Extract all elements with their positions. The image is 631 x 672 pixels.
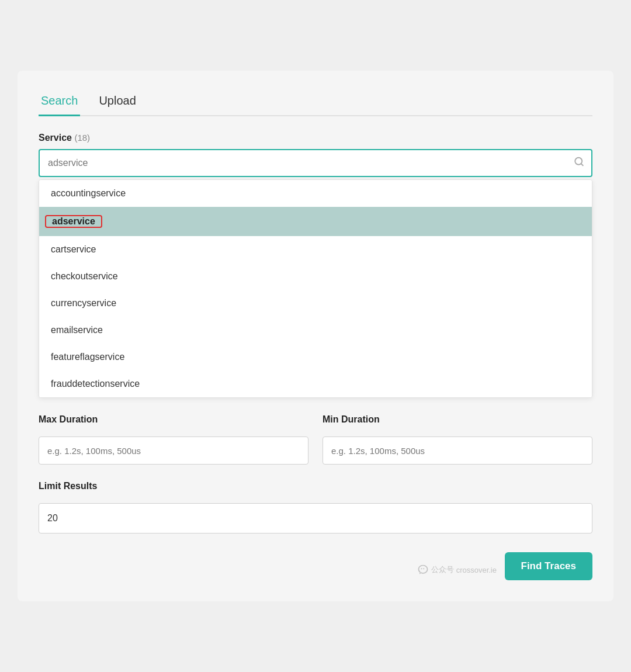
- dropdown-item-featureflagservice[interactable]: featureflagservice: [39, 344, 592, 370]
- service-input[interactable]: [39, 149, 592, 177]
- wechat-icon: [417, 564, 429, 576]
- page-container: Search Upload Service (18) accountingser…: [0, 0, 631, 672]
- dropdown-item-adservice[interactable]: adservice: [39, 207, 592, 236]
- max-duration-input[interactable]: [39, 437, 308, 465]
- dropdown-item-currencyservice[interactable]: currencyservice: [39, 290, 592, 317]
- tabs-container: Search Upload: [39, 88, 592, 116]
- svg-point-2: [421, 568, 422, 569]
- min-duration-input[interactable]: [323, 437, 592, 465]
- watermark-text: 公众号: [431, 564, 454, 575]
- dropdown-item-accountingservice[interactable]: accountingservice: [39, 180, 592, 207]
- find-traces-button[interactable]: Find Traces: [505, 552, 592, 580]
- service-label: Service (18): [39, 133, 592, 143]
- limit-results-label: Limit Results: [39, 481, 592, 491]
- max-duration-field: Max Duration: [39, 414, 308, 465]
- service-count: (18): [74, 133, 90, 143]
- service-dropdown: accountingservice adservice cartservice …: [39, 179, 592, 398]
- main-card: Search Upload Service (18) accountingser…: [18, 71, 613, 601]
- dropdown-item-emailservice[interactable]: emailservice: [39, 317, 592, 344]
- selected-item-label: adservice: [45, 215, 102, 228]
- limit-results-field: Limit Results: [39, 481, 592, 534]
- service-input-wrapper: [39, 149, 592, 177]
- dropdown-item-frauddetectionservice[interactable]: frauddetectionservice: [39, 370, 592, 397]
- tab-search[interactable]: Search: [39, 89, 80, 116]
- min-duration-label: Min Duration: [323, 414, 592, 425]
- dropdown-item-cartservice[interactable]: cartservice: [39, 236, 592, 263]
- limit-results-input[interactable]: [39, 503, 592, 534]
- watermark-subtext: crossover.ie: [456, 566, 497, 574]
- dropdown-item-checkoutservice[interactable]: checkoutservice: [39, 263, 592, 290]
- watermark: 公众号 crossover.ie: [417, 564, 497, 576]
- min-duration-field: Min Duration: [323, 414, 592, 465]
- duration-row: Max Duration Min Duration: [39, 414, 592, 465]
- max-duration-label: Max Duration: [39, 414, 308, 425]
- tab-upload[interactable]: Upload: [96, 89, 138, 116]
- svg-point-3: [423, 568, 424, 569]
